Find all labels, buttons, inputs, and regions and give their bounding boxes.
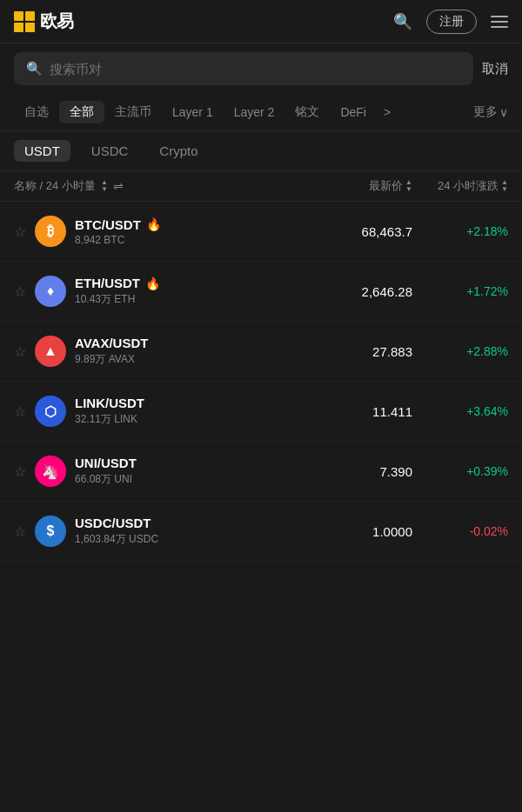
register-button[interactable]: 注册 bbox=[426, 10, 477, 34]
search-icon[interactable]: 🔍 bbox=[393, 12, 412, 31]
sort-arrows[interactable]: ▲ ▼ bbox=[101, 179, 108, 193]
category-tabs: 自选全部主流币Layer 1Layer 2铭文DeFi>更多∨ bbox=[0, 94, 522, 131]
coin-pair: BTC/USDT 🔥 bbox=[75, 217, 308, 232]
coin-change: +3.64% bbox=[412, 404, 508, 418]
coin-pair: UNI/USDT bbox=[75, 456, 308, 470]
coin-volume: 66.08万 UNI bbox=[75, 472, 308, 487]
coin-price: 2,646.28 bbox=[308, 284, 412, 299]
table-row[interactable]: ☆ $ USDC/USDT 1,603.84万 USDC 1.0000 -0.0… bbox=[0, 502, 522, 562]
coin-volume: 10.43万 ETH bbox=[75, 292, 308, 307]
category-tab-自选[interactable]: 自选 bbox=[14, 101, 59, 123]
coin-logo: ♦ bbox=[35, 276, 66, 307]
col-price-header: 最新价 ▲ ▼ bbox=[308, 178, 412, 194]
favorite-icon[interactable]: ☆ bbox=[14, 223, 26, 240]
coin-pair: AVAX/USDT bbox=[75, 336, 308, 350]
coin-volume: 9.89万 AVAX bbox=[75, 352, 308, 367]
coin-change: -0.02% bbox=[412, 524, 508, 538]
search-input[interactable] bbox=[50, 62, 461, 77]
header: 欧易 🔍 注册 bbox=[0, 0, 522, 43]
category-tab-layer-2[interactable]: Layer 2 bbox=[224, 102, 285, 123]
logo: 欧易 bbox=[14, 10, 73, 33]
coin-logo: $ bbox=[35, 516, 66, 547]
cancel-button[interactable]: 取消 bbox=[482, 61, 508, 77]
favorite-icon[interactable]: ☆ bbox=[14, 343, 26, 360]
coin-logo: ⬡ bbox=[35, 396, 66, 427]
header-actions: 🔍 注册 bbox=[393, 10, 508, 34]
category-tab-铭文[interactable]: 铭文 bbox=[284, 101, 330, 123]
favorite-icon[interactable]: ☆ bbox=[14, 283, 26, 300]
coin-price: 11.411 bbox=[308, 404, 412, 419]
coin-logo: 🦄 bbox=[35, 456, 66, 487]
category-arrow[interactable]: > bbox=[377, 102, 398, 123]
search-icon: 🔍 bbox=[26, 61, 43, 77]
sub-tab-usdc[interactable]: USDC bbox=[81, 140, 139, 162]
table-header: 名称 / 24 小时量 ▲ ▼ ⇌ 最新价 ▲ ▼ 24 小时涨跌 ▲ ▼ bbox=[0, 171, 522, 202]
favorite-icon[interactable]: ☆ bbox=[14, 523, 26, 540]
sort-price-arrows[interactable]: ▲ ▼ bbox=[405, 179, 412, 193]
coin-pair: ETH/USDT 🔥 bbox=[75, 276, 308, 290]
coin-price: 1.0000 bbox=[308, 524, 412, 539]
sub-tabs: USDTUSDCCrypto bbox=[0, 131, 522, 171]
hot-icon: 🔥 bbox=[146, 217, 161, 231]
category-tab-全部[interactable]: 全部 bbox=[59, 101, 104, 123]
sub-tab-usdt[interactable]: USDT bbox=[14, 140, 70, 162]
table-row[interactable]: ☆ 🦄 UNI/USDT 66.08万 UNI 7.390 +0.39% bbox=[0, 442, 522, 502]
table-row[interactable]: ☆ ♦ ETH/USDT 🔥 10.43万 ETH 2,646.28 +1.72… bbox=[0, 262, 522, 322]
col-change-header: 24 小时涨跌 ▲ ▼ bbox=[412, 178, 508, 194]
sort-change-arrows[interactable]: ▲ ▼ bbox=[501, 179, 508, 193]
coin-info: ETH/USDT 🔥 10.43万 ETH bbox=[75, 276, 308, 307]
coin-volume: 8,942 BTC bbox=[75, 234, 308, 246]
coin-pair: USDC/USDT bbox=[75, 516, 308, 530]
category-tab-主流币[interactable]: 主流币 bbox=[104, 101, 162, 123]
coin-logo: ₿ bbox=[35, 216, 66, 247]
more-chevron-icon: ∨ bbox=[499, 105, 508, 119]
favorite-icon[interactable]: ☆ bbox=[14, 403, 26, 420]
coin-logo: ▲ bbox=[35, 336, 66, 367]
coin-price: 68,463.7 bbox=[308, 224, 412, 239]
coin-change: +0.39% bbox=[412, 464, 508, 478]
hot-icon: 🔥 bbox=[145, 276, 160, 290]
coin-change: +2.18% bbox=[412, 224, 508, 238]
table-row[interactable]: ☆ ▲ AVAX/USDT 9.89万 AVAX 27.883 +2.88% bbox=[0, 322, 522, 382]
menu-icon[interactable] bbox=[491, 16, 508, 28]
coin-info: AVAX/USDT 9.89万 AVAX bbox=[75, 336, 308, 367]
search-wrapper: 🔍 bbox=[14, 52, 473, 85]
category-tab-defi[interactable]: DeFi bbox=[330, 102, 377, 123]
coin-price: 7.390 bbox=[308, 464, 412, 479]
coin-price: 27.883 bbox=[308, 344, 412, 359]
table-row[interactable]: ☆ ₿ BTC/USDT 🔥 8,942 BTC 68,463.7 +2.18% bbox=[0, 202, 522, 262]
coin-list: ☆ ₿ BTC/USDT 🔥 8,942 BTC 68,463.7 +2.18%… bbox=[0, 202, 522, 562]
coin-change: +1.72% bbox=[412, 284, 508, 298]
coin-change: +2.88% bbox=[412, 344, 508, 358]
coin-info: UNI/USDT 66.08万 UNI bbox=[75, 456, 308, 487]
category-tab-layer-1[interactable]: Layer 1 bbox=[162, 102, 224, 123]
search-bar: 🔍 取消 bbox=[0, 43, 522, 94]
col-name-header: 名称 / 24 小时量 ▲ ▼ ⇌ bbox=[14, 178, 308, 194]
coin-info: USDC/USDT 1,603.84万 USDC bbox=[75, 516, 308, 547]
coin-volume: 32.11万 LINK bbox=[75, 412, 308, 427]
logo-icon bbox=[14, 11, 35, 32]
more-label: 更多 bbox=[473, 104, 498, 120]
logo-text: 欧易 bbox=[40, 10, 73, 33]
table-row[interactable]: ☆ ⬡ LINK/USDT 32.11万 LINK 11.411 +3.64% bbox=[0, 382, 522, 442]
swap-icon[interactable]: ⇌ bbox=[113, 179, 124, 193]
coin-info: LINK/USDT 32.11万 LINK bbox=[75, 396, 308, 427]
coin-info: BTC/USDT 🔥 8,942 BTC bbox=[75, 217, 308, 246]
coin-pair: LINK/USDT bbox=[75, 396, 308, 410]
sub-tab-crypto[interactable]: Crypto bbox=[149, 140, 208, 162]
coin-volume: 1,603.84万 USDC bbox=[75, 532, 308, 547]
favorite-icon[interactable]: ☆ bbox=[14, 463, 26, 480]
more-button[interactable]: 更多∨ bbox=[473, 104, 508, 120]
